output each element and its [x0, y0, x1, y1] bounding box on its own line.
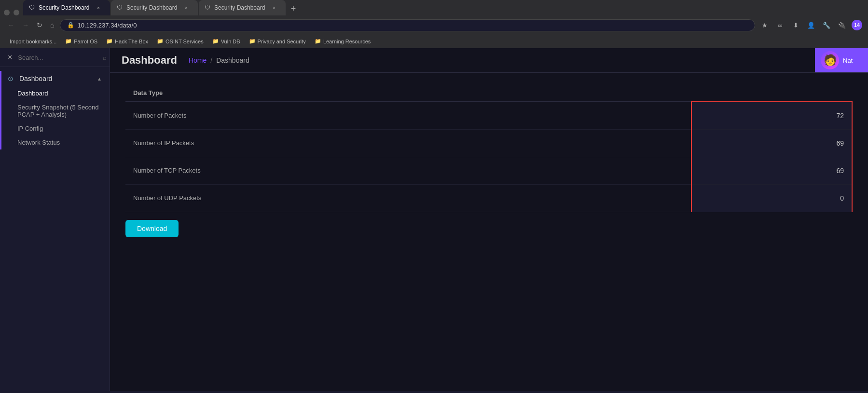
sidebar-section-header-dashboard[interactable]: ⊙ Dashboard ▲: [0, 71, 110, 86]
bookmark-label: Import bookmarks...: [10, 39, 56, 44]
bookmark-item[interactable]: 📁Privacy and Security: [245, 37, 310, 45]
bookmark-item[interactable]: 📁Vuln DB: [208, 37, 244, 45]
window-minimize-btn[interactable]: [14, 10, 19, 15]
address-bar: ← → ↻ ⌂ 🔒 10.129.237.34/data/0 ★ ∞ ⬇ 👤 🔧…: [0, 15, 868, 35]
address-right-icons: ★ ∞ ⬇ 👤 🔧 🔌 14: [759, 19, 862, 31]
user-avatar-badge[interactable]: 14: [852, 20, 862, 30]
table-row: Number of UDP Packets 0: [125, 184, 852, 212]
bookmark-label: Hack The Box: [115, 39, 148, 44]
download-icon[interactable]: ⬇: [790, 19, 801, 31]
tab-close-button[interactable]: ×: [182, 4, 190, 12]
url-text: 10.129.237.34/data/0: [77, 22, 137, 29]
tab-tab2[interactable]: 🛡 Security Dashboard ×: [111, 0, 198, 15]
window-restore-btn[interactable]: [4, 10, 10, 15]
data-type-cell: Number of TCP Packets: [125, 157, 691, 184]
infinity-icon[interactable]: ∞: [774, 19, 786, 31]
user-profile-bar[interactable]: 🧑 Nat: [815, 48, 868, 72]
tab-favicon: 🛡: [29, 4, 35, 11]
bookmark-label: OSINT Services: [165, 39, 204, 44]
tab-tab1[interactable]: 🛡 Security Dashboard ×: [23, 0, 110, 15]
folder-icon: 📁: [157, 38, 164, 44]
search-icon: ⌕: [103, 54, 107, 61]
search-input[interactable]: [18, 54, 99, 61]
tabs-bar: 🛡 Security Dashboard × 🛡 Security Dashbo…: [0, 0, 868, 15]
profile-icon[interactable]: 👤: [805, 19, 817, 31]
section-arrow-icon: ▲: [97, 76, 102, 81]
sidebar-search-row: × ⌕: [0, 48, 110, 67]
col-header-value: [691, 84, 852, 102]
data-value-cell: 0: [691, 184, 852, 212]
folder-icon: 📁: [249, 38, 256, 44]
download-button[interactable]: Download: [125, 220, 179, 237]
bookmark-label: Vuln DB: [221, 39, 240, 44]
tab-title: Security Dashboard: [39, 4, 91, 11]
col-header-type: Data Type: [125, 84, 691, 102]
nav-home-button[interactable]: ⌂: [48, 19, 56, 31]
breadcrumb-current: Dashboard: [216, 56, 249, 64]
bookmark-label: Privacy and Security: [258, 39, 306, 44]
sidebar-item-security-snapshot[interactable]: Security Snapshot (5 Second PCAP + Analy…: [0, 100, 110, 122]
page-title: Dashboard: [122, 54, 177, 67]
nav-forward-button[interactable]: →: [20, 19, 31, 31]
table-row: Number of TCP Packets 69: [125, 157, 852, 184]
nav-back-button[interactable]: ←: [6, 19, 16, 31]
avatar-face-icon: 🧑: [824, 54, 837, 67]
breadcrumb: Dashboard Home / Dashboard: [122, 54, 249, 67]
data-type-cell: Number of IP Packets: [125, 129, 691, 157]
bookmark-item[interactable]: 📁Learning Resources: [311, 37, 374, 45]
tab-close-button[interactable]: ×: [95, 4, 102, 12]
breadcrumb-separator: /: [210, 56, 212, 64]
bookmark-item[interactable]: 📁Parrot OS: [61, 37, 101, 45]
sidebar-item-dashboard[interactable]: Dashboard: [0, 86, 110, 100]
sidebar: × ⌕ ⊙ Dashboard ▲ DashboardSecurity Snap…: [0, 48, 110, 391]
data-value-cell: 69: [691, 157, 852, 184]
tab-close-button[interactable]: ×: [270, 4, 278, 12]
data-section: Data Type Number of Packets 72 Number of…: [110, 73, 868, 391]
sidebar-close-button[interactable]: ×: [6, 52, 14, 63]
user-name-label: Nat: [843, 57, 853, 64]
bookmark-label: Learning Resources: [323, 39, 371, 44]
breadcrumb-home-link[interactable]: Home: [189, 56, 207, 64]
sidebar-item-network-status[interactable]: Network Status: [0, 136, 110, 149]
section-label: Dashboard: [19, 75, 53, 82]
data-value-cell: 69: [691, 129, 852, 157]
browser-chrome: 🛡 Security Dashboard × 🛡 Security Dashbo…: [0, 0, 868, 48]
tab-favicon: 🛡: [205, 4, 210, 11]
data-table: Data Type Number of Packets 72 Number of…: [125, 84, 853, 212]
folder-icon: 📁: [106, 38, 113, 44]
app-layout: × ⌕ ⊙ Dashboard ▲ DashboardSecurity Snap…: [0, 48, 868, 391]
bookmarks-bar: Import bookmarks...📁Parrot OS📁Hack The B…: [0, 35, 868, 48]
main-content: Dashboard Home / Dashboard 🧑 Nat Data Ty…: [110, 48, 868, 391]
sidebar-nav: ⊙ Dashboard ▲ DashboardSecurity Snapshot…: [0, 67, 110, 391]
folder-icon: 📁: [212, 38, 219, 44]
extension-icon[interactable]: 🔌: [836, 19, 848, 31]
url-lock-icon: 🔒: [67, 22, 74, 28]
tab-title: Security Dashboard: [126, 4, 179, 11]
tab-favicon: 🛡: [117, 4, 123, 11]
bookmark-item[interactable]: 📁OSINT Services: [153, 37, 207, 45]
url-bar[interactable]: 🔒 10.129.237.34/data/0: [60, 19, 755, 31]
data-value-cell: 72: [691, 102, 852, 130]
top-bar: Dashboard Home / Dashboard 🧑 Nat: [110, 48, 868, 73]
folder-icon: 📁: [315, 38, 321, 44]
bookmark-label: Parrot OS: [74, 39, 97, 44]
tab-tab3[interactable]: 🛡 Security Dashboard ×: [199, 0, 286, 15]
sidebar-section-dashboard: ⊙ Dashboard ▲ DashboardSecurity Snapshot…: [0, 71, 110, 149]
table-row: Number of Packets 72: [125, 102, 852, 130]
window-controls: [4, 10, 19, 15]
table-row: Number of IP Packets 69: [125, 129, 852, 157]
sidebar-item-ip-config[interactable]: IP Config: [0, 122, 110, 136]
avatar: 🧑: [821, 51, 839, 69]
bookmark-star-icon[interactable]: ★: [759, 19, 771, 31]
data-type-cell: Number of Packets: [125, 102, 691, 130]
folder-icon: 📁: [65, 38, 72, 44]
section-icon: ⊙: [8, 75, 14, 82]
new-tab-button[interactable]: +: [287, 2, 300, 15]
nav-refresh-button[interactable]: ↻: [35, 19, 44, 31]
data-type-cell: Number of UDP Packets: [125, 184, 691, 212]
wrench-icon[interactable]: 🔧: [821, 19, 832, 31]
bookmark-item[interactable]: 📁Hack The Box: [102, 37, 152, 45]
bookmark-item[interactable]: Import bookmarks...: [4, 37, 60, 45]
tab-title: Security Dashboard: [214, 4, 266, 11]
